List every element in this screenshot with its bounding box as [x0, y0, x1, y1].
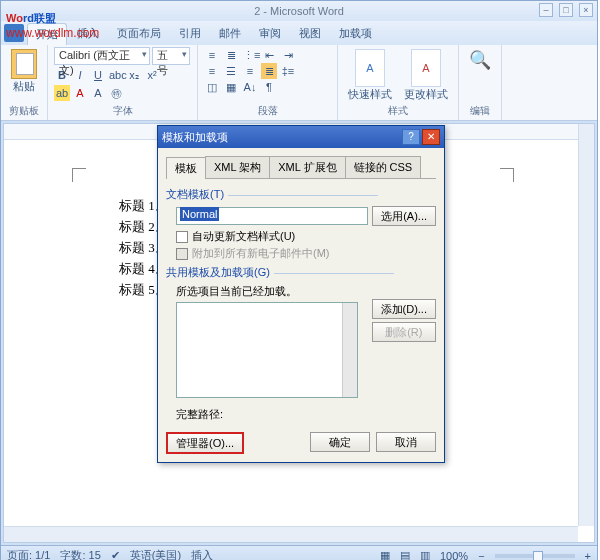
zoom-in-button[interactable]: +	[585, 550, 591, 561]
status-mode[interactable]: 插入	[191, 548, 213, 560]
sort-button[interactable]: A↓	[242, 79, 258, 95]
paste-icon	[11, 49, 37, 79]
tab-review[interactable]: 审阅	[251, 23, 289, 45]
align-center-button[interactable]: ☰	[223, 63, 239, 79]
status-bar: 页面: 1/1 字数: 15 ✔ 英语(美国) 插入 ▦ ▤ ▥ 100% − …	[1, 545, 597, 560]
status-proof-icon[interactable]: ✔	[111, 549, 120, 560]
add-addin-button[interactable]: 添加(D)...	[372, 299, 436, 319]
select-template-button[interactable]: 选用(A)...	[372, 206, 436, 226]
view-web-icon[interactable]: ▥	[420, 549, 430, 560]
indent-inc-button[interactable]: ⇥	[280, 47, 296, 63]
group-font: Calibri (西文正文) 五号 B I U abc x₂ x² ab A A…	[48, 45, 198, 120]
horizontal-scrollbar[interactable]	[4, 526, 578, 542]
dialog-tabs: 模板 XML 架构 XML 扩展包 链接的 CSS	[166, 156, 436, 179]
group-editing: 🔍 编辑	[459, 45, 502, 120]
borders-button[interactable]: ▦	[223, 79, 239, 95]
status-page[interactable]: 页面: 1/1	[7, 548, 50, 560]
view-read-icon[interactable]: ▤	[400, 549, 410, 560]
justify-button[interactable]: ≣	[261, 63, 277, 79]
sub-button[interactable]: x₂	[126, 67, 142, 83]
multilevel-button[interactable]: ⋮≡	[242, 47, 258, 63]
zoom-level[interactable]: 100%	[440, 550, 468, 561]
window-title: 2 - Microsoft Word	[254, 5, 344, 17]
template-path-input[interactable]: Normal	[176, 207, 368, 225]
dialog-title: 模板和加载项	[162, 130, 228, 145]
align-right-button[interactable]: ≡	[242, 63, 258, 79]
dlgtab-templates[interactable]: 模板	[166, 157, 206, 179]
tab-layout[interactable]: 页面布局	[109, 23, 169, 45]
watermark-logo: Word联盟	[6, 8, 56, 26]
ribbon: 粘贴 剪贴板 Calibri (西文正文) 五号 B I U abc x₂ x²…	[1, 45, 597, 121]
char-shading-button[interactable]: A	[90, 85, 106, 101]
highlight-button[interactable]: ab	[54, 85, 70, 101]
dialog-body: 模板 XML 架构 XML 扩展包 链接的 CSS 文档模板(T) Normal…	[158, 148, 444, 462]
shared-hint: 所选项目当前已经加载。	[176, 284, 436, 299]
dlgtab-linkedcss[interactable]: 链接的 CSS	[345, 156, 422, 178]
shared-section-label: 共用模板及加载项(G)	[166, 265, 436, 280]
dialog-titlebar[interactable]: 模板和加载项 ? ✕	[158, 126, 444, 148]
listbox-scrollbar[interactable]	[342, 303, 357, 397]
tab-references[interactable]: 引用	[171, 23, 209, 45]
restore-button[interactable]: □	[559, 3, 573, 17]
full-path-label: 完整路径:	[176, 407, 426, 422]
ok-button[interactable]: 确定	[310, 432, 370, 452]
templates-addins-dialog: 模板和加载项 ? ✕ 模板 XML 架构 XML 扩展包 链接的 CSS 文档模…	[157, 125, 445, 463]
paste-button[interactable]: 粘贴	[7, 47, 41, 96]
align-left-button[interactable]: ≡	[204, 63, 220, 79]
tab-addins[interactable]: 加载项	[331, 23, 380, 45]
changestyles-button[interactable]: A 更改样式	[400, 47, 452, 104]
close-button[interactable]: ×	[579, 3, 593, 17]
find-button[interactable]: 🔍	[465, 47, 495, 73]
group-paragraph: ≡ ≣ ⋮≡ ⇤ ⇥ ≡ ☰ ≡ ≣ ‡≡ ◫ ▦ A↓ ¶ 段落	[198, 45, 338, 120]
font-color-button[interactable]: A	[72, 85, 88, 101]
status-words[interactable]: 字数: 15	[60, 548, 100, 560]
strike-button[interactable]: abc	[108, 67, 124, 83]
showmarks-button[interactable]: ¶	[261, 79, 277, 95]
underline-button[interactable]: U	[90, 67, 106, 83]
cancel-button[interactable]: 取消	[376, 432, 436, 452]
enclose-button[interactable]: ㊕	[108, 85, 124, 101]
view-print-icon[interactable]: ▦	[380, 549, 390, 560]
zoom-out-button[interactable]: −	[478, 550, 484, 561]
attach-email-checkbox	[176, 248, 188, 260]
dlgtab-xmlexp[interactable]: XML 扩展包	[269, 156, 345, 178]
watermark-url: www.wordlm.com	[6, 26, 99, 40]
shading-button[interactable]: ◫	[204, 79, 220, 95]
font-size-combo[interactable]: 五号	[152, 47, 190, 65]
style-swatch-icon: A	[355, 49, 385, 87]
indent-dec-button[interactable]: ⇤	[261, 47, 277, 63]
changestyle-icon: A	[411, 49, 441, 87]
line-spacing-button[interactable]: ‡≡	[280, 63, 296, 79]
quickstyles-button[interactable]: A 快速样式	[344, 47, 396, 104]
addins-listbox[interactable]	[176, 302, 358, 398]
tab-view[interactable]: 视图	[291, 23, 329, 45]
auto-update-checkbox[interactable]	[176, 231, 188, 243]
manager-button[interactable]: 管理器(O)...	[166, 432, 244, 454]
dlgtab-xmlschema[interactable]: XML 架构	[205, 156, 270, 178]
zoom-slider[interactable]	[495, 554, 575, 558]
group-styles: A 快速样式 A 更改样式 样式	[338, 45, 459, 120]
italic-button[interactable]: I	[72, 67, 88, 83]
title-bar: 2 - Microsoft Word – □ ×	[1, 1, 597, 21]
margin-corner-icon	[72, 168, 86, 182]
minimize-button[interactable]: –	[539, 3, 553, 17]
vertical-scrollbar[interactable]	[578, 124, 594, 526]
attach-email-label: 附加到所有新电子邮件中(M)	[192, 246, 330, 261]
auto-update-label: 自动更新文档样式(U)	[192, 229, 295, 244]
status-lang[interactable]: 英语(美国)	[130, 548, 181, 560]
dialog-close-button[interactable]: ✕	[422, 129, 440, 145]
remove-addin-button: 删除(R)	[372, 322, 436, 342]
margin-corner-icon	[500, 168, 514, 182]
numbering-button[interactable]: ≣	[223, 47, 239, 63]
find-icon: 🔍	[469, 49, 491, 71]
bullets-button[interactable]: ≡	[204, 47, 220, 63]
font-name-combo[interactable]: Calibri (西文正文)	[54, 47, 150, 65]
group-clipboard: 粘贴 剪贴板	[1, 45, 48, 120]
doc-template-label: 文档模板(T)	[166, 187, 436, 202]
dialog-help-button[interactable]: ?	[402, 129, 420, 145]
tab-mailings[interactable]: 邮件	[211, 23, 249, 45]
